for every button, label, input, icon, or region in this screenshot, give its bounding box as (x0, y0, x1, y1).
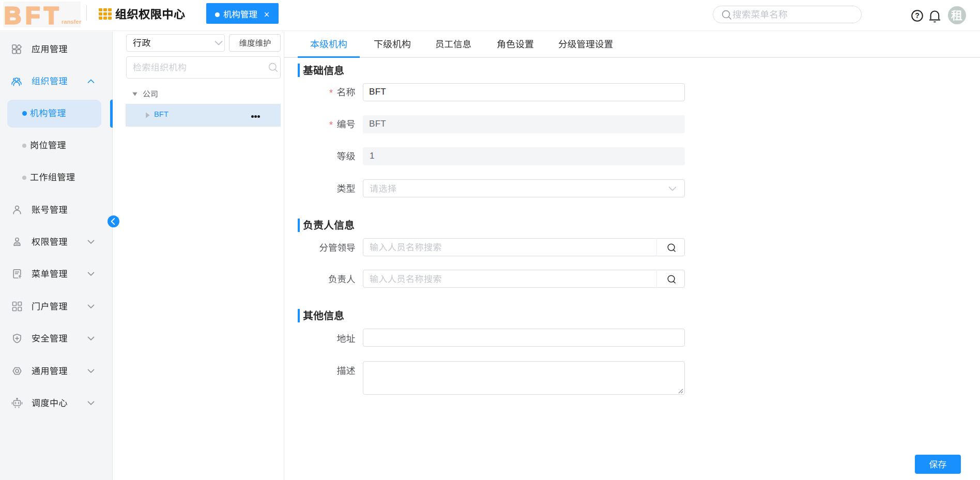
svg-text:ransfer: ransfer (62, 19, 82, 25)
svg-text:?: ? (915, 11, 920, 20)
svg-text:BFT: BFT (4, 2, 63, 29)
